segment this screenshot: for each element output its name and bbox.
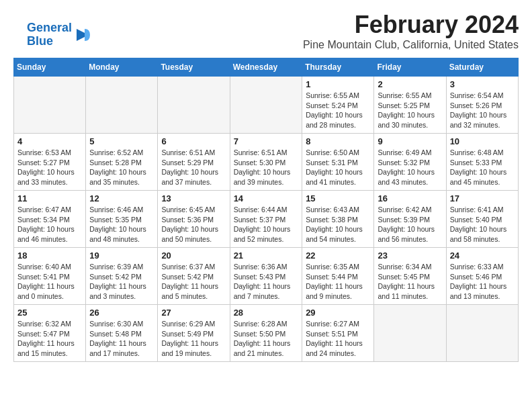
cell-content: Sunrise: 6:39 AM Sunset: 5:42 PM Dayligh… bbox=[89, 262, 154, 302]
calendar-cell: 27Sunrise: 6:29 AM Sunset: 5:49 PM Dayli… bbox=[158, 305, 230, 362]
day-number: 12 bbox=[89, 193, 154, 203]
cell-content: Sunrise: 6:51 AM Sunset: 5:30 PM Dayligh… bbox=[234, 148, 299, 187]
day-header-tuesday: Tuesday bbox=[158, 58, 230, 77]
calendar-cell: 21Sunrise: 6:36 AM Sunset: 5:43 PM Dayli… bbox=[230, 248, 302, 305]
cell-content: Sunrise: 6:48 AM Sunset: 5:33 PM Dayligh… bbox=[450, 148, 515, 187]
calendar-cell bbox=[14, 77, 86, 134]
calendar-week-2: 4Sunrise: 6:53 AM Sunset: 5:27 PM Daylig… bbox=[14, 134, 519, 191]
calendar-cell: 11Sunrise: 6:47 AM Sunset: 5:34 PM Dayli… bbox=[14, 191, 86, 248]
calendar-week-3: 11Sunrise: 6:47 AM Sunset: 5:34 PM Dayli… bbox=[14, 191, 519, 248]
day-header-thursday: Thursday bbox=[302, 58, 374, 77]
calendar-cell: 24Sunrise: 6:33 AM Sunset: 5:46 PM Dayli… bbox=[446, 248, 518, 305]
cell-content: Sunrise: 6:32 AM Sunset: 5:47 PM Dayligh… bbox=[17, 319, 82, 359]
day-number: 9 bbox=[378, 136, 442, 146]
day-number: 29 bbox=[306, 308, 370, 318]
calendar-cell bbox=[86, 77, 158, 134]
cell-content: Sunrise: 6:51 AM Sunset: 5:29 PM Dayligh… bbox=[161, 148, 226, 187]
logo-icon bbox=[75, 28, 90, 42]
cell-content: Sunrise: 6:52 AM Sunset: 5:28 PM Dayligh… bbox=[89, 148, 154, 187]
day-number: 25 bbox=[17, 308, 82, 318]
calendar-cell bbox=[374, 305, 446, 362]
calendar-cell: 10Sunrise: 6:48 AM Sunset: 5:33 PM Dayli… bbox=[446, 134, 518, 191]
calendar-cell: 19Sunrise: 6:39 AM Sunset: 5:42 PM Dayli… bbox=[86, 248, 158, 305]
calendar-cell: 5Sunrise: 6:52 AM Sunset: 5:28 PM Daylig… bbox=[86, 134, 158, 191]
calendar-cell: 8Sunrise: 6:50 AM Sunset: 5:31 PM Daylig… bbox=[302, 134, 374, 191]
calendar-cell: 7Sunrise: 6:51 AM Sunset: 5:30 PM Daylig… bbox=[230, 134, 302, 191]
calendar-cell bbox=[158, 77, 230, 134]
calendar-cell: 2Sunrise: 6:55 AM Sunset: 5:25 PM Daylig… bbox=[374, 77, 446, 134]
cell-content: Sunrise: 6:54 AM Sunset: 5:26 PM Dayligh… bbox=[450, 91, 515, 130]
calendar-cell bbox=[446, 305, 518, 362]
calendar-cell: 22Sunrise: 6:35 AM Sunset: 5:44 PM Dayli… bbox=[302, 248, 374, 305]
cell-content: Sunrise: 6:34 AM Sunset: 5:45 PM Dayligh… bbox=[378, 262, 442, 302]
calendar-cell: 25Sunrise: 6:32 AM Sunset: 5:47 PM Dayli… bbox=[14, 305, 86, 362]
calendar-cell: 3Sunrise: 6:54 AM Sunset: 5:26 PM Daylig… bbox=[446, 77, 518, 134]
calendar-cell: 6Sunrise: 6:51 AM Sunset: 5:29 PM Daylig… bbox=[158, 134, 230, 191]
day-header-sunday: Sunday bbox=[14, 58, 86, 77]
cell-content: Sunrise: 6:55 AM Sunset: 5:25 PM Dayligh… bbox=[378, 91, 442, 130]
day-number: 23 bbox=[378, 250, 442, 261]
calendar-cell: 9Sunrise: 6:49 AM Sunset: 5:32 PM Daylig… bbox=[374, 134, 446, 191]
day-number: 28 bbox=[234, 308, 299, 318]
day-number: 21 bbox=[234, 250, 299, 261]
calendar-body: 1Sunrise: 6:55 AM Sunset: 5:24 PM Daylig… bbox=[14, 77, 519, 362]
calendar-cell bbox=[230, 77, 302, 134]
calendar-cell: 4Sunrise: 6:53 AM Sunset: 5:27 PM Daylig… bbox=[14, 134, 86, 191]
day-number: 18 bbox=[17, 250, 82, 261]
cell-content: Sunrise: 6:40 AM Sunset: 5:41 PM Dayligh… bbox=[17, 262, 82, 302]
day-number: 6 bbox=[161, 136, 226, 146]
logo: General Blue bbox=[27, 21, 90, 48]
day-number: 26 bbox=[89, 308, 154, 318]
calendar-week-4: 18Sunrise: 6:40 AM Sunset: 5:41 PM Dayli… bbox=[14, 248, 519, 305]
day-header-saturday: Saturday bbox=[446, 58, 518, 77]
day-number: 15 bbox=[306, 193, 370, 203]
calendar-cell: 17Sunrise: 6:41 AM Sunset: 5:40 PM Dayli… bbox=[446, 191, 518, 248]
day-number: 7 bbox=[234, 136, 299, 146]
calendar-cell: 26Sunrise: 6:30 AM Sunset: 5:48 PM Dayli… bbox=[86, 305, 158, 362]
logo-line2: Blue bbox=[27, 35, 72, 48]
cell-content: Sunrise: 6:36 AM Sunset: 5:43 PM Dayligh… bbox=[234, 262, 299, 302]
cell-content: Sunrise: 6:33 AM Sunset: 5:46 PM Dayligh… bbox=[450, 262, 515, 302]
day-header-friday: Friday bbox=[374, 58, 446, 77]
calendar-week-5: 25Sunrise: 6:32 AM Sunset: 5:47 PM Dayli… bbox=[14, 305, 519, 362]
cell-content: Sunrise: 6:46 AM Sunset: 5:35 PM Dayligh… bbox=[89, 205, 154, 244]
calendar-table: SundayMondayTuesdayWednesdayThursdayFrid… bbox=[13, 58, 519, 362]
cell-content: Sunrise: 6:53 AM Sunset: 5:27 PM Dayligh… bbox=[17, 148, 82, 187]
cell-content: Sunrise: 6:50 AM Sunset: 5:31 PM Dayligh… bbox=[306, 148, 370, 187]
day-header-wednesday: Wednesday bbox=[230, 58, 302, 77]
day-number: 19 bbox=[89, 250, 154, 261]
calendar-cell: 20Sunrise: 6:37 AM Sunset: 5:42 PM Dayli… bbox=[158, 248, 230, 305]
logo-line1: General bbox=[27, 21, 72, 35]
calendar-cell: 23Sunrise: 6:34 AM Sunset: 5:45 PM Dayli… bbox=[374, 248, 446, 305]
cell-content: Sunrise: 6:35 AM Sunset: 5:44 PM Dayligh… bbox=[306, 262, 370, 302]
calendar-cell: 18Sunrise: 6:40 AM Sunset: 5:41 PM Dayli… bbox=[14, 248, 86, 305]
day-number: 22 bbox=[306, 250, 370, 261]
cell-content: Sunrise: 6:49 AM Sunset: 5:32 PM Dayligh… bbox=[378, 148, 442, 187]
day-number: 14 bbox=[234, 193, 299, 203]
calendar-cell: 15Sunrise: 6:43 AM Sunset: 5:38 PM Dayli… bbox=[302, 191, 374, 248]
calendar-cell: 1Sunrise: 6:55 AM Sunset: 5:24 PM Daylig… bbox=[302, 77, 374, 134]
day-number: 20 bbox=[161, 250, 226, 261]
day-number: 11 bbox=[17, 193, 82, 203]
cell-content: Sunrise: 6:37 AM Sunset: 5:42 PM Dayligh… bbox=[161, 262, 226, 302]
calendar-cell: 16Sunrise: 6:42 AM Sunset: 5:39 PM Dayli… bbox=[374, 191, 446, 248]
calendar-cell: 28Sunrise: 6:28 AM Sunset: 5:50 PM Dayli… bbox=[230, 305, 302, 362]
day-number: 8 bbox=[306, 136, 370, 146]
cell-content: Sunrise: 6:44 AM Sunset: 5:37 PM Dayligh… bbox=[234, 205, 299, 244]
calendar-cell: 14Sunrise: 6:44 AM Sunset: 5:37 PM Dayli… bbox=[230, 191, 302, 248]
cell-content: Sunrise: 6:43 AM Sunset: 5:38 PM Dayligh… bbox=[306, 205, 370, 244]
calendar-header-row: SundayMondayTuesdayWednesdayThursdayFrid… bbox=[14, 58, 519, 77]
cell-content: Sunrise: 6:45 AM Sunset: 5:36 PM Dayligh… bbox=[161, 205, 226, 244]
cell-content: Sunrise: 6:41 AM Sunset: 5:40 PM Dayligh… bbox=[450, 205, 515, 244]
cell-content: Sunrise: 6:47 AM Sunset: 5:34 PM Dayligh… bbox=[17, 205, 82, 244]
calendar-cell: 13Sunrise: 6:45 AM Sunset: 5:36 PM Dayli… bbox=[158, 191, 230, 248]
day-number: 2 bbox=[378, 79, 442, 89]
day-number: 27 bbox=[161, 308, 226, 318]
cell-content: Sunrise: 6:55 AM Sunset: 5:24 PM Dayligh… bbox=[306, 91, 370, 130]
day-number: 3 bbox=[450, 79, 515, 89]
day-number: 24 bbox=[450, 250, 515, 261]
day-number: 16 bbox=[378, 193, 442, 203]
day-header-monday: Monday bbox=[86, 58, 158, 77]
cell-content: Sunrise: 6:28 AM Sunset: 5:50 PM Dayligh… bbox=[234, 319, 299, 359]
cell-content: Sunrise: 6:42 AM Sunset: 5:39 PM Dayligh… bbox=[378, 205, 442, 244]
